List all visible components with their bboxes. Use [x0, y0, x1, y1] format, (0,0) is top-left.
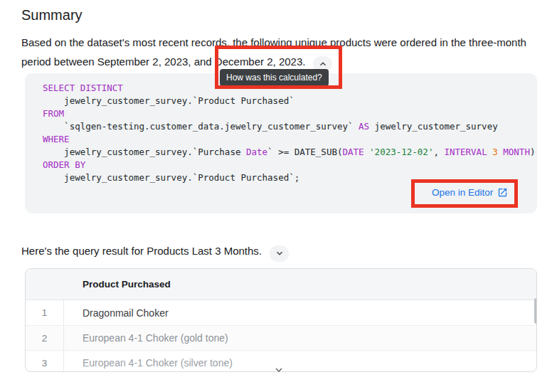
product-cell: European 4-1 Choker (silver tone) — [64, 351, 233, 372]
result-intro: Here's the query result for Products Las… — [21, 245, 289, 262]
sql-code-line: WHERE — [43, 133, 537, 146]
sql-code-line: jewelry_customer_survey.`Product Purchas… — [43, 171, 537, 184]
table-scrollbar-thumb[interactable] — [534, 298, 537, 324]
product-cell: Dragonmail Choker — [64, 300, 169, 325]
table-scroll-down-button[interactable] — [272, 364, 285, 378]
chevron-down-icon — [274, 248, 285, 259]
product-cell: European 4-1 Choker (gold tone) — [64, 326, 228, 350]
sql-code-line: ORDER BY — [43, 159, 537, 171]
row-index-cell: 2 — [26, 326, 64, 350]
sql-code-line: FROM — [43, 107, 537, 120]
sql-code-line: `sqlgen-testing.customer_data.jewelry_cu… — [43, 120, 537, 133]
sql-code-line: jewelry_customer_survey.`Product Purchas… — [43, 95, 537, 107]
row-index-cell: 3 — [26, 351, 64, 372]
table-row: 2European 4-1 Choker (gold tone) — [26, 325, 536, 350]
header-product-cell: Product Purchased — [64, 279, 171, 290]
result-intro-text: Here's the query result for Products Las… — [21, 245, 262, 257]
chevron-up-icon — [317, 58, 329, 70]
open-in-new-icon — [497, 187, 508, 198]
row-index-cell: 1 — [26, 300, 64, 325]
table-row: 1Dragonmail Choker — [26, 300, 536, 325]
result-table-body: 1Dragonmail Choker2European 4-1 Choker (… — [26, 300, 536, 372]
table-header-row: Product Purchased — [26, 269, 536, 300]
summary-paragraph: Based on the dataset's most recent recor… — [21, 33, 548, 73]
chevron-down-icon — [272, 368, 285, 378]
sql-code: SELECT DISTINCT jewelry_customer_survey.… — [43, 82, 537, 184]
open-in-editor-button[interactable]: Open in Editor — [432, 187, 508, 198]
toggle-result-button[interactable] — [270, 245, 289, 262]
calculation-tooltip: How was this calculated? — [220, 69, 329, 86]
page-title: Summary — [21, 7, 83, 23]
open-in-editor-label: Open in Editor — [432, 187, 493, 198]
sql-code-line: jewelry_customer_survey.`Purchase Date` … — [43, 146, 537, 159]
result-table: Product Purchased 1Dragonmail Choker2Eur… — [25, 268, 537, 372]
summary-panel: Summary Based on the dataset's most rece… — [0, 0, 557, 392]
summary-paragraph-text: Based on the dataset's most recent recor… — [21, 36, 526, 68]
